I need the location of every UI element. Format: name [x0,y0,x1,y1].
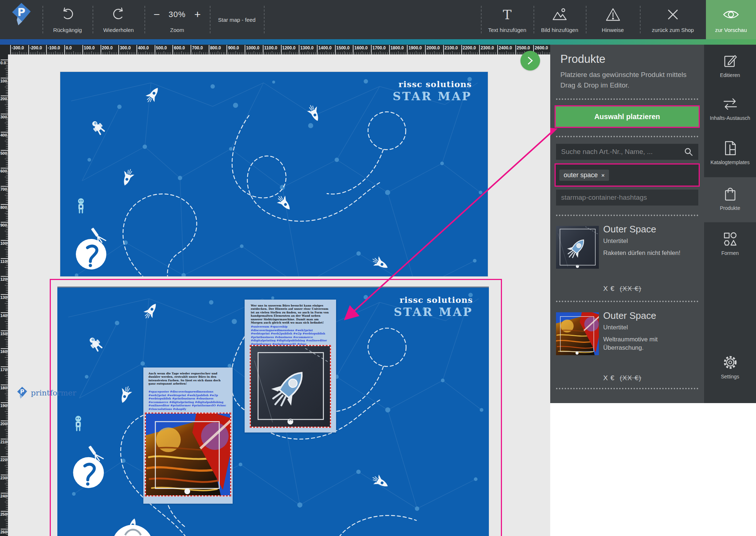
zoom-out-button[interactable]: − [154,11,160,19]
panel-title: Produkte [560,53,605,66]
poster-brand-line2: STAR MAP [393,90,472,103]
product-description: Raketen dürfen nicht fehlen! [603,249,698,257]
eye-icon [706,5,756,24]
hashtag-container-label: starmap-container-hashtags [561,194,647,202]
document-title: Star map - feed [210,0,264,39]
product-price: X €(XX €) [603,374,641,382]
poster-brand-line2: STAR MAP [394,305,473,318]
panel-collapse-button[interactable] [520,51,540,70]
editor-canvas[interactable]: rissc solutions STAR MAP rissc solutions… [8,54,550,536]
sidebar-item-katalogtemplates[interactable]: Katalogtemplates [704,140,756,165]
chalk-rocket-image [251,346,330,427]
close-icon [640,5,706,24]
tag-filter-field[interactable]: outer space × [555,163,700,187]
tag-remove-icon[interactable]: × [601,172,605,178]
brand-gradient-bar [0,39,756,45]
dotted-separator [556,301,698,302]
vertical-ruler: 0.0100.0200.0300.0400.0500.0600.0700.080… [0,54,8,536]
note-text: Auch wenn die Tage wieder regnerischer u… [148,372,228,386]
note-card-rocket[interactable]: Wer uns in unserem Büro besucht kann ein… [245,300,336,433]
chalk-rocket-thumb [556,226,599,269]
product-search-input[interactable]: Suche nach Art.-Nr., Name, ... [556,144,698,160]
note-card-posters[interactable]: Auch wenn die Tage wieder regnerischer u… [143,368,233,504]
product-title: Outer Space [603,310,656,321]
product-thumbnail[interactable] [556,226,599,269]
product-list-item[interactable]: Outer Space Untertitel Raketen dürfen ni… [550,226,704,301]
dotted-separator [556,98,698,100]
product-list-item[interactable]: Outer Space Untertitel Weltraummotive mi… [550,312,704,385]
hashtag-container-field[interactable]: starmap-container-hashtags [556,190,698,206]
product-subtitle: Untertitel [603,237,628,245]
tag-chip[interactable]: outer space × [559,170,609,181]
printformer-editor: { "toolbar": { "undo": "Rückgängig", "re… [0,0,756,536]
product-subtitle: Untertitel [603,324,628,331]
product-price: X €(XX €) [603,285,641,293]
zoom-control: − 30% + Zoom [144,0,210,39]
search-placeholder: Suche nach Art.-Nr., Name, ... [561,148,684,156]
selected-artboard[interactable]: rissc solutions STAR MAP Wer uns in unse… [50,279,502,536]
sidebar-item-formen[interactable]: Formen [704,231,756,256]
ruler-corner [0,45,8,54]
warning-icon [586,5,640,24]
products-panel: Produkte Platziere das gewünschte Produk… [550,45,704,403]
product-thumbnail[interactable] [556,312,599,355]
add-text-button[interactable]: T Text hinzufügen [481,0,534,39]
chevron-right-icon [526,56,534,65]
printformer-logo-icon [5,5,38,24]
gear-icon [704,354,756,371]
printformer-wordmark: printformer [31,389,76,397]
panel-description: Platziere das gewünschte Produkt mittels… [560,69,696,91]
dotted-separator [556,388,698,389]
poster-page-bottom[interactable]: rissc solutions STAR MAP Wer uns in unse… [57,288,489,536]
catalog-template-icon [704,140,756,157]
zoom-value: 30% [168,10,185,19]
poster-page-top[interactable]: rissc solutions STAR MAP [60,72,488,276]
shopping-bag-icon [704,186,756,202]
sidebar-item-editieren[interactable]: Editieren [704,53,756,78]
printformer-watermark: printformer [17,387,76,399]
placed-image-posters[interactable] [145,413,231,496]
color-poster-image [146,414,230,495]
sidebar-item-settings[interactable]: Settings [704,354,756,379]
back-to-shop-button[interactable]: zurück zum Shop [640,0,706,39]
tag-label: outer space [564,171,598,179]
poster-brand: rissc solutions STAR MAP [394,295,473,318]
undo-icon [42,5,93,24]
shapes-icon [704,231,756,247]
printformer-icon [17,387,27,399]
poster-brand: rissc solutions STAR MAP [393,79,472,103]
top-toolbar: Rückgängig Wiederholen − 30% + Zoom Star… [0,0,756,39]
product-old-price: (XX €) [620,285,642,292]
product-description: Weltraummotive mit Überraschung. [603,336,698,352]
image-icon [534,5,586,24]
text-icon: T [481,5,534,24]
undo-button[interactable]: Rückgängig [42,0,93,39]
redo-icon [93,5,144,24]
sidebar-item-inhalts-austausch[interactable]: Inhalts-Austausch [704,96,756,121]
dotted-separator [556,215,698,216]
sidebar-item-produkte[interactable]: Produkte [704,186,756,211]
placed-image-rocket[interactable] [250,345,331,428]
dotted-separator [556,136,698,137]
tools-sidebar: Editieren Inhalts-Austausch Katalogtempl… [704,45,756,403]
preview-button[interactable]: zur Vorschau [706,0,756,39]
product-title: Outer Space [603,224,656,235]
printformer-logo[interactable] [5,0,38,39]
color-poster-thumb [556,312,599,355]
search-icon[interactable] [684,147,693,157]
poster-brand-line1: rissc solutions [393,79,472,89]
note-hashtags: #spaceposter #discoveringnewdimensions #… [148,390,228,411]
redo-button[interactable]: Wiederholen [93,0,144,39]
horizontal-ruler: -300.0-200.0-100.00.0100.0200.0300.0400.… [8,45,550,54]
poster-brand-line1: rissc solutions [394,295,473,305]
product-old-price: (XX €) [620,374,642,382]
note-text: Wer uns in unserem Büro besucht kann ein… [251,304,330,324]
hints-button[interactable]: Hinweise [586,0,640,39]
place-selection-button[interactable]: Auswahl platzieren [555,105,700,128]
zoom-in-button[interactable]: + [195,11,201,19]
swap-arrows-icon [704,96,756,112]
edit-icon [704,53,756,69]
add-image-button[interactable]: Bild hinzufügen [534,0,586,39]
toolbar-divider [264,6,265,33]
